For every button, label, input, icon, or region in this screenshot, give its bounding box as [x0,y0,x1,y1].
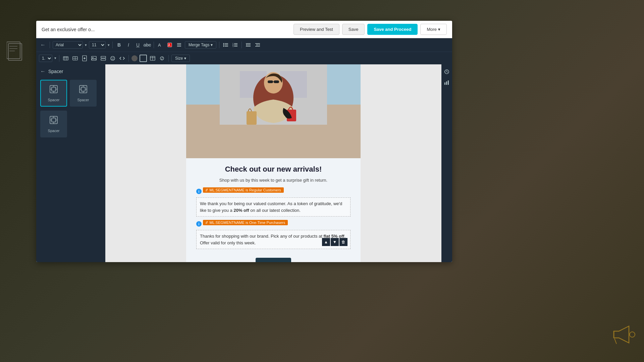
sidebar-back-arrow[interactable]: ← [40,68,46,74]
chevron-down-icon: ▾ [108,43,110,47]
visit-site-button[interactable]: Visit Site [256,258,291,262]
svg-point-15 [223,43,224,44]
move-up-button[interactable]: ▲ [322,238,330,246]
table-props-button[interactable] [149,55,156,62]
decorative-notes-icon [7,40,27,68]
email-main-subtitle: Shop with us by this week to get a surpr… [196,178,351,183]
bold-button[interactable]: B [115,41,123,49]
spacer-item-label-3: Spacer [48,129,60,133]
strikethrough-button[interactable]: abc [144,41,151,49]
font-color-button[interactable]: A [157,41,164,49]
toolbar-sep-row2-3 [168,55,169,62]
spacer-item-2[interactable]: Spacer [70,80,97,107]
segment-info-icon-2: i [196,221,202,227]
segment-text-before-2: Thanks for shopping with our brand. Pick… [200,234,324,239]
sidebar-header: ← Spacer [40,68,101,74]
block-button[interactable] [100,55,107,62]
spacer-item-label-1: Spacer [48,98,60,102]
sidebar-title: Spacer [48,69,63,74]
svg-point-19 [223,46,224,47]
spacer-item-label-2: Spacer [77,98,89,102]
segment-bold-1: 20% off [233,208,249,213]
sidebar-items-row-2: Spacer [40,111,101,137]
table-button[interactable] [62,55,69,62]
svg-marker-32 [257,44,258,46]
merge-tags-button[interactable]: Merge Tags ▾ [185,41,216,49]
segment-if-kw-1: if [206,188,208,192]
svg-point-51 [113,57,114,58]
outdent-button[interactable] [245,41,252,49]
spacer-item-1[interactable]: Spacer [40,80,67,107]
save-proceed-button[interactable]: Save and Proceed [367,24,418,35]
svg-rect-47 [101,56,106,58]
preview-test-button[interactable]: Preview and Test [293,24,339,35]
font-family-select[interactable]: Arial [53,41,83,49]
segment-content-2[interactable]: Thanks for shopping with our brand. Pick… [196,230,351,249]
italic-button[interactable]: I [125,41,132,49]
move-down-button[interactable]: ▼ [331,238,339,246]
font-size-select[interactable]: 11 [89,41,106,49]
delete-block-button[interactable]: 🗑 [339,238,347,246]
spacer-item-3[interactable]: Spacer [40,111,67,137]
sidebar-items-row-1: Spacer Spacer [40,80,101,107]
canvas-area[interactable]: Check out our new arrivals! Shop with us… [105,64,441,262]
svg-rect-88 [446,81,447,85]
svg-rect-81 [268,80,273,83]
border-button[interactable] [140,55,147,62]
spacer-icon-3 [49,115,58,127]
svg-rect-45 [92,56,96,60]
toolbar-sep-3 [154,42,154,48]
svg-rect-57 [52,87,56,91]
segment-tag-2: if ML:SEGMENTNAME is One-Time Purchasers [203,220,288,225]
chevron-down-icon: ▾ [184,56,186,61]
more-button[interactable]: More ▾ [420,24,447,35]
email-title: Get an exclusive offer o... [42,27,95,32]
emoji-button[interactable] [109,55,116,62]
save-button[interactable]: Save [342,24,365,35]
back-button[interactable]: ← [39,41,47,49]
svg-text:A: A [158,43,161,47]
svg-point-46 [93,57,94,58]
underline-button[interactable]: U [134,41,142,49]
ordered-list-button[interactable]: 1.2.3. [231,41,239,49]
code-button[interactable] [118,55,126,62]
email-main-title: Check out our new arrivals! [196,165,351,174]
visit-site-section: Visit Site [196,252,351,262]
segment-block-2: i if ML:SEGMENTNAME is One-Time Purchase… [196,220,351,249]
segment-if-kw-2: if [206,221,208,225]
align-button[interactable] [175,41,183,49]
chevron-down-icon: ▾ [85,43,87,47]
toolbar-sep-5 [241,42,242,48]
color-picker-button[interactable] [131,55,138,61]
svg-marker-28 [246,44,247,46]
toolbar-sep-row2-1 [59,55,59,62]
insert-row-button[interactable] [81,55,88,62]
segment-text-after-1: on all our latest collection. [249,208,301,213]
bg-color-button[interactable]: A [166,41,173,49]
toolbar-sep-row2-2 [128,55,129,62]
history-button[interactable] [442,67,451,76]
image-button[interactable] [90,55,98,62]
analytics-button[interactable] [442,78,451,87]
hero-container [186,64,361,158]
svg-rect-87 [444,82,445,85]
indent-button[interactable] [254,41,261,49]
svg-rect-48 [101,59,106,60]
svg-marker-5 [614,326,629,343]
svg-rect-84 [247,111,257,125]
svg-rect-35 [63,56,68,60]
merge-cells-button[interactable] [71,55,79,62]
toolbar-sep-2 [112,42,113,48]
size-button[interactable]: Size ▾ [171,55,190,62]
effects-button[interactable] [158,55,166,62]
app-container: Get an exclusive offer o... Preview and … [36,21,452,262]
chevron-down-icon: ▾ [211,43,213,47]
line-height-select[interactable]: 1.7 [39,55,52,62]
block-controls: ▲ ▼ 🗑 [322,238,347,246]
main-area: ← Spacer Spacer [36,64,452,262]
toolbar-sep-1 [50,42,50,48]
svg-text:A: A [168,43,170,47]
hero-image [186,64,361,158]
segment-tag-1: if ML:SEGMENTNAME is Regular Customers [203,187,284,193]
unordered-list-button[interactable] [222,41,229,49]
